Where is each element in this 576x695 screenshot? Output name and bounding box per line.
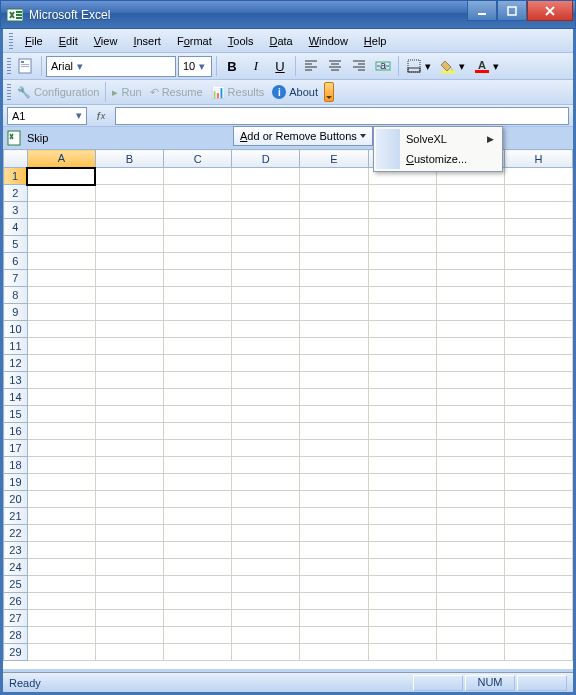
cell-B21[interactable] <box>95 508 163 525</box>
row-header-16[interactable]: 16 <box>4 423 28 440</box>
column-header-B[interactable]: B <box>95 150 163 168</box>
cell-C13[interactable] <box>164 372 232 389</box>
menu-view[interactable]: View <box>86 32 126 50</box>
cell-F27[interactable] <box>368 610 436 627</box>
cell-D18[interactable] <box>232 457 300 474</box>
cell-A19[interactable] <box>27 474 95 491</box>
cell-F7[interactable] <box>368 270 436 287</box>
row-header-7[interactable]: 7 <box>4 270 28 287</box>
cell-G4[interactable] <box>436 219 504 236</box>
cell-H13[interactable] <box>504 372 572 389</box>
cell-A24[interactable] <box>27 559 95 576</box>
cell-H29[interactable] <box>504 644 572 661</box>
cell-C9[interactable] <box>164 304 232 321</box>
cell-D13[interactable] <box>232 372 300 389</box>
cell-D22[interactable] <box>232 525 300 542</box>
cell-H21[interactable] <box>504 508 572 525</box>
cell-G28[interactable] <box>436 627 504 644</box>
font-name-combo[interactable]: Arial▾ <box>46 56 176 77</box>
cell-C26[interactable] <box>164 593 232 610</box>
cell-D8[interactable] <box>232 287 300 304</box>
configuration-button[interactable]: 🔧Configuration <box>13 84 103 101</box>
cell-D17[interactable] <box>232 440 300 457</box>
cell-B13[interactable] <box>95 372 163 389</box>
chevron-down-icon[interactable]: ▾ <box>73 60 87 73</box>
cell-F5[interactable] <box>368 236 436 253</box>
row-header-29[interactable]: 29 <box>4 644 28 661</box>
cell-F28[interactable] <box>368 627 436 644</box>
cell-C29[interactable] <box>164 644 232 661</box>
cell-C1[interactable] <box>164 168 232 185</box>
row-header-23[interactable]: 23 <box>4 542 28 559</box>
cell-F21[interactable] <box>368 508 436 525</box>
sheet-options-button[interactable] <box>15 55 37 77</box>
cell-G27[interactable] <box>436 610 504 627</box>
cell-H28[interactable] <box>504 627 572 644</box>
cell-B8[interactable] <box>95 287 163 304</box>
cell-F15[interactable] <box>368 406 436 423</box>
cell-B10[interactable] <box>95 321 163 338</box>
cell-E22[interactable] <box>300 525 368 542</box>
cell-A21[interactable] <box>27 508 95 525</box>
cell-G18[interactable] <box>436 457 504 474</box>
cell-A2[interactable] <box>27 185 95 202</box>
cell-C25[interactable] <box>164 576 232 593</box>
row-header-10[interactable]: 10 <box>4 321 28 338</box>
cell-H15[interactable] <box>504 406 572 423</box>
cell-F3[interactable] <box>368 202 436 219</box>
menu-format[interactable]: Format <box>169 32 220 50</box>
menu-item-customize[interactable]: Customize... <box>376 149 500 169</box>
minimize-button[interactable] <box>467 1 497 21</box>
cell-H17[interactable] <box>504 440 572 457</box>
row-header-4[interactable]: 4 <box>4 219 28 236</box>
cell-H8[interactable] <box>504 287 572 304</box>
cell-F20[interactable] <box>368 491 436 508</box>
cell-C7[interactable] <box>164 270 232 287</box>
cell-F13[interactable] <box>368 372 436 389</box>
cell-F14[interactable] <box>368 389 436 406</box>
cell-E3[interactable] <box>300 202 368 219</box>
cell-E23[interactable] <box>300 542 368 559</box>
cell-A20[interactable] <box>27 491 95 508</box>
cell-B2[interactable] <box>95 185 163 202</box>
cell-C14[interactable] <box>164 389 232 406</box>
align-center-button[interactable] <box>324 55 346 77</box>
cell-E16[interactable] <box>300 423 368 440</box>
cell-G11[interactable] <box>436 338 504 355</box>
cell-H3[interactable] <box>504 202 572 219</box>
chevron-down-icon[interactable]: ▾ <box>76 109 82 122</box>
cell-C28[interactable] <box>164 627 232 644</box>
cell-A26[interactable] <box>27 593 95 610</box>
merge-center-button[interactable]: a <box>372 55 394 77</box>
name-box[interactable]: A1▾ <box>7 107 87 125</box>
cell-F12[interactable] <box>368 355 436 372</box>
cell-F10[interactable] <box>368 321 436 338</box>
cell-C12[interactable] <box>164 355 232 372</box>
row-header-13[interactable]: 13 <box>4 372 28 389</box>
row-header-21[interactable]: 21 <box>4 508 28 525</box>
cell-E12[interactable] <box>300 355 368 372</box>
cell-A7[interactable] <box>27 270 95 287</box>
column-header-H[interactable]: H <box>504 150 572 168</box>
cell-E5[interactable] <box>300 236 368 253</box>
cell-G17[interactable] <box>436 440 504 457</box>
cell-G3[interactable] <box>436 202 504 219</box>
cell-E21[interactable] <box>300 508 368 525</box>
cell-F22[interactable] <box>368 525 436 542</box>
cell-B1[interactable] <box>95 168 163 185</box>
cell-E6[interactable] <box>300 253 368 270</box>
resume-button[interactable]: ↶Resume <box>146 84 207 101</box>
italic-button[interactable]: I <box>245 55 267 77</box>
cell-B3[interactable] <box>95 202 163 219</box>
cell-G9[interactable] <box>436 304 504 321</box>
chevron-down-icon[interactable]: ▾ <box>493 60 503 73</box>
cell-F11[interactable] <box>368 338 436 355</box>
fill-color-button[interactable] <box>437 55 459 77</box>
cell-A18[interactable] <box>27 457 95 474</box>
cell-D16[interactable] <box>232 423 300 440</box>
cell-B28[interactable] <box>95 627 163 644</box>
cell-C8[interactable] <box>164 287 232 304</box>
cell-D29[interactable] <box>232 644 300 661</box>
cell-E26[interactable] <box>300 593 368 610</box>
row-header-22[interactable]: 22 <box>4 525 28 542</box>
